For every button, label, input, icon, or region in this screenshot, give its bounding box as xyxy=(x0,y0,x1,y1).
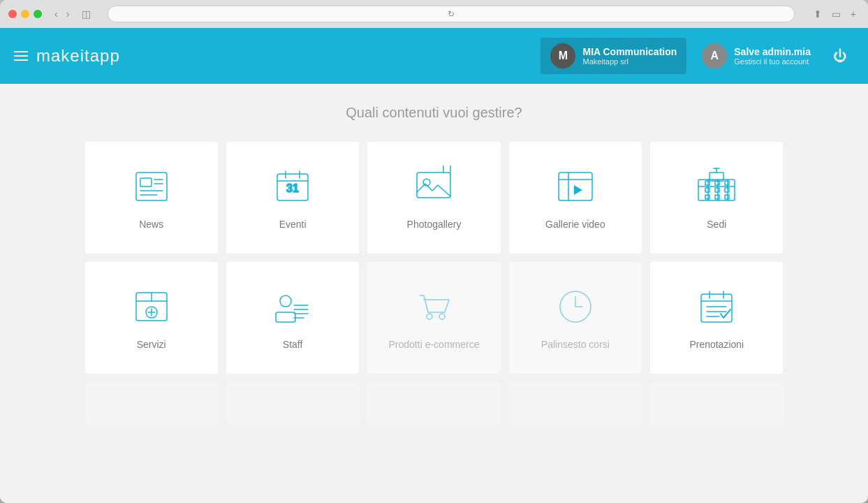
back-button[interactable]: ‹ xyxy=(52,7,61,21)
card-news[interactable]: News xyxy=(85,142,218,254)
prodotti-label: Prodotti e-commerce xyxy=(389,339,480,350)
svg-rect-25 xyxy=(715,181,719,185)
duplicate-button[interactable]: ▭ xyxy=(828,7,844,21)
prodotti-icon xyxy=(413,286,455,328)
hamburger-line xyxy=(14,55,28,57)
traffic-lights xyxy=(8,10,42,18)
company-text: MIA Communication Makeitapp srl xyxy=(582,46,677,66)
user-account-link[interactable]: Gestisci il tuo account xyxy=(734,57,811,66)
news-icon xyxy=(131,166,172,207)
card-prenotazioni[interactable]: Prenotazioni xyxy=(650,262,783,374)
svg-rect-30 xyxy=(705,195,709,199)
browser-chrome: ‹ › ◫ ↻ ⬆ ▭ + xyxy=(0,0,868,28)
power-button[interactable]: ⏻ xyxy=(826,44,854,68)
svg-rect-1 xyxy=(140,178,152,187)
app-logo: makeitapp xyxy=(36,46,120,66)
svg-rect-11 xyxy=(417,173,450,198)
gallerie-video-label: Gallerie video xyxy=(545,219,605,230)
svg-rect-26 xyxy=(725,181,729,185)
reload-icon: ↻ xyxy=(448,9,455,19)
svg-point-49 xyxy=(439,314,445,319)
svg-point-48 xyxy=(427,314,432,319)
sedi-label: Sedi xyxy=(707,219,726,230)
sedi-icon xyxy=(696,166,737,207)
card-palinsesto[interactable]: Palinsesto corsi xyxy=(509,262,642,374)
company-avatar: M xyxy=(550,43,575,68)
staff-label: Staff xyxy=(283,339,303,350)
photogallery-icon xyxy=(413,166,455,207)
app-header: makeitapp M MIA Communication Makeitapp … xyxy=(0,28,868,84)
hamburger-line xyxy=(14,51,28,52)
eventi-icon: 31 xyxy=(272,166,314,207)
card-servizi[interactable]: Servizi xyxy=(85,262,218,374)
share-button[interactable]: ⬆ xyxy=(810,7,825,21)
card-eventi[interactable]: 31 Eventi xyxy=(226,142,359,254)
palinsesto-icon xyxy=(554,286,596,328)
company-sub: Makeitapp srl xyxy=(582,57,677,66)
svg-rect-31 xyxy=(715,195,719,199)
maximize-button[interactable] xyxy=(34,10,42,18)
content-grid: News 31 Eventi xyxy=(85,142,784,374)
news-label: News xyxy=(139,219,163,230)
palinsesto-label: Palinsesto corsi xyxy=(541,339,610,350)
svg-rect-24 xyxy=(705,181,709,185)
close-button[interactable] xyxy=(8,10,17,18)
user-greeting: Salve admin.mia xyxy=(734,46,811,57)
browser-nav: ‹ › xyxy=(52,7,72,21)
svg-rect-32 xyxy=(725,195,729,199)
svg-rect-28 xyxy=(715,188,719,192)
svg-marker-18 xyxy=(574,185,582,195)
servizi-icon xyxy=(131,286,172,328)
user-info: A Salve admin.mia Gestisci il tuo accoun… xyxy=(692,38,821,74)
svg-rect-29 xyxy=(725,188,729,192)
card-sedi[interactable]: Sedi xyxy=(650,142,783,254)
app-main: Quali contenuti vuoi gestire? xyxy=(0,84,868,503)
app-container: makeitapp M MIA Communication Makeitapp … xyxy=(0,28,868,503)
hamburger-button[interactable] xyxy=(14,51,28,61)
staff-icon xyxy=(272,286,314,328)
svg-rect-43 xyxy=(276,312,295,322)
header-right: M MIA Communication Makeitapp srl A Salv… xyxy=(540,38,854,74)
prenotazioni-icon xyxy=(696,286,737,328)
card-prodotti[interactable]: Prodotti e-commerce xyxy=(367,262,500,374)
browser-actions: ⬆ ▭ + xyxy=(810,7,860,21)
card-staff[interactable]: Staff xyxy=(226,262,359,374)
svg-rect-51 xyxy=(701,294,732,322)
prenotazioni-label: Prenotazioni xyxy=(689,339,744,350)
svg-rect-27 xyxy=(705,188,709,192)
card-photogallery[interactable]: Photogallery xyxy=(367,142,500,254)
svg-point-42 xyxy=(280,296,291,307)
servizi-label: Servizi xyxy=(137,339,166,350)
video-icon xyxy=(554,166,596,207)
svg-text:31: 31 xyxy=(286,182,299,194)
user-avatar: A xyxy=(702,43,727,68)
new-tab-button[interactable]: + xyxy=(847,7,860,21)
url-bar[interactable]: ↻ xyxy=(108,6,794,22)
minimize-button[interactable] xyxy=(21,10,29,18)
browser-window: ‹ › ◫ ↻ ⬆ ▭ + makeitapp M xyxy=(0,0,868,503)
tab-view-button[interactable]: ◫ xyxy=(78,7,95,21)
company-info[interactable]: M MIA Communication Makeitapp srl xyxy=(540,38,686,74)
user-text: Salve admin.mia Gestisci il tuo account xyxy=(734,46,811,66)
photogallery-label: Photogallery xyxy=(407,219,462,230)
page-subtitle: Quali contenuti vuoi gestire? xyxy=(28,105,840,121)
eventi-label: Eventi xyxy=(279,219,307,230)
card-gallerie-video[interactable]: Gallerie video xyxy=(509,142,642,254)
hamburger-line xyxy=(14,59,28,61)
forward-button[interactable]: › xyxy=(64,7,73,21)
company-name: MIA Communication xyxy=(582,46,677,57)
